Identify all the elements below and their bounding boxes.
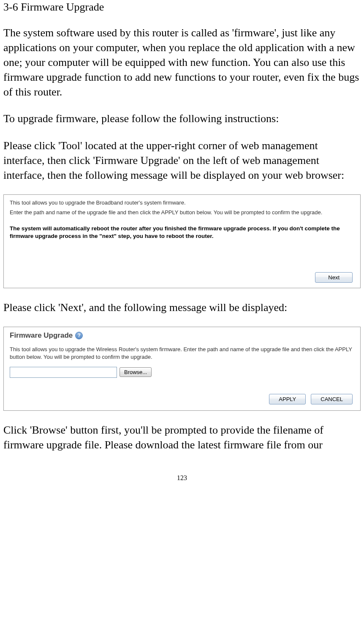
file-input-row: Browse... (10, 367, 354, 378)
firmware-file-input[interactable] (10, 367, 117, 378)
panel-title: Firmware Upgrade (10, 331, 73, 340)
panel-text-line2: Enter the path and name of the upgrade f… (10, 209, 354, 216)
spacer (10, 243, 354, 272)
help-icon[interactable]: ? (75, 332, 83, 339)
intro-paragraph: The system software used by this router … (3, 25, 361, 99)
next-button[interactable]: Next (315, 272, 353, 283)
panel-button-row: Next (10, 272, 354, 284)
cancel-button[interactable]: CANCEL (311, 394, 353, 404)
instructions-lead: To upgrade firmware, please follow the f… (3, 111, 361, 126)
page-number: 123 (3, 474, 361, 482)
browse-button[interactable]: Browse... (120, 367, 152, 377)
section-heading: 3-6 Firmware Upgrade (3, 1, 361, 14)
firmware-upgrade-panel: Firmware Upgrade ? This tool allows you … (3, 327, 361, 410)
panel-title-row: Firmware Upgrade ? (10, 331, 354, 340)
panel-warning-text: The system will automatically reboot the… (10, 225, 354, 240)
panel-text-line1: This tool allows you to upgrade the Broa… (10, 199, 354, 207)
instructions-step3: Click 'Browse' button first, you'll be p… (3, 423, 361, 452)
panel-description: This tool allows you to upgrade the Wire… (10, 346, 354, 360)
apply-cancel-row: APPLY CANCEL (10, 394, 354, 405)
firmware-info-panel: This tool allows you to upgrade the Broa… (3, 194, 361, 289)
instructions-step1: Please click 'Tool' located at the upper… (3, 138, 361, 183)
apply-button[interactable]: APPLY (269, 394, 306, 404)
instructions-step2: Please click 'Next', and the following m… (3, 300, 361, 315)
